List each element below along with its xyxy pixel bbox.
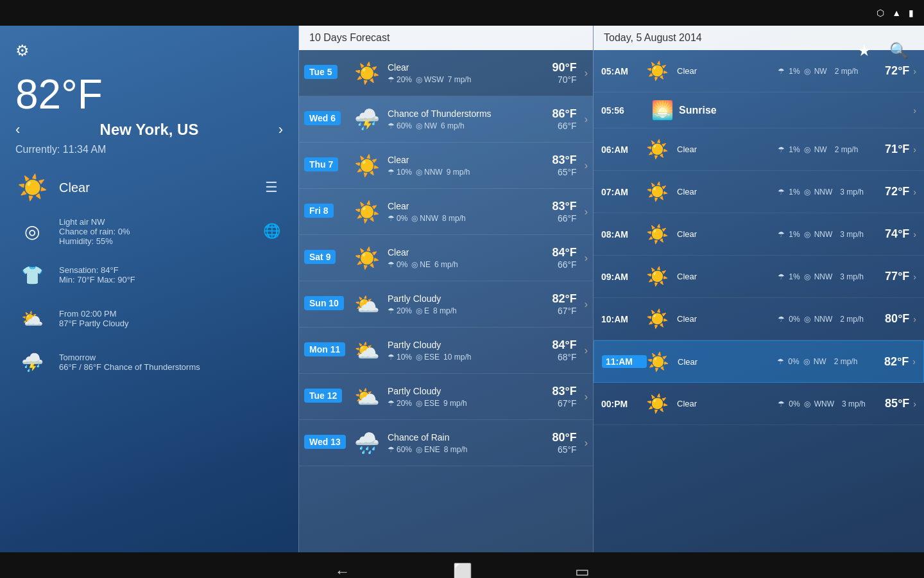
forecast-day-badge: Mon 11 <box>304 342 345 356</box>
forecast-low-temp: 67°F <box>533 398 577 408</box>
forecast-row[interactable]: Wed 13 🌧️ Chance of Rain ☂ 60% ◎ ENE 8 m… <box>299 420 593 466</box>
forecast-details: ☂ 0% ◎ NE 6 mp/h <box>388 260 529 269</box>
forecast-day-badge: Wed 13 <box>304 435 346 449</box>
hourly-wind-icon: ◎ <box>804 145 810 154</box>
sunrise-row: 05:56 🌅 Sunrise › <box>594 92 924 128</box>
forecast-wind: ◎ ESE <box>416 399 440 408</box>
forecast-row[interactable]: Sun 10 ⛅ Partly Cloudy ☂ 20% ◎ E 8 mp/h … <box>299 281 593 328</box>
forecast-high-temp: 83°F <box>533 385 577 398</box>
forecast-low-temp: 66°F <box>533 213 577 223</box>
umbrella-icon: ☂ <box>388 399 395 408</box>
recents-button[interactable]: ▭ <box>575 563 590 578</box>
hourly-details: ☂ 0% ◎ NNW 2 mp/h <box>778 315 868 324</box>
forecast-list: Tue 5 ☀️ Clear ☂ 20% ◎ WSW 7 mp/h 90°F 7 <box>299 50 593 466</box>
nav-left-arrow[interactable]: ‹ <box>15 121 20 138</box>
location-name: New York, US <box>100 121 199 139</box>
forecast-day-badge: Sun 10 <box>304 296 344 310</box>
sensation-label: Sensation: 84°F <box>59 265 283 275</box>
forecast-panel: 10 Days Forecast Tue 5 ☀️ Clear ☂ 20% ◎ … <box>298 26 594 552</box>
hourly-weather-icon: ☀️ <box>646 393 674 414</box>
afternoon-forecast-row: ⛅ From 02:00 PM 87°F Partly Cloudy <box>15 302 283 335</box>
hourly-row[interactable]: 08:AM ☀️ Clear ☂ 1% ◎ NNW 3 mp/h 74°F › <box>594 213 924 256</box>
hourly-condition: Clear <box>678 357 777 367</box>
main-area: ⚙ ★ 🔍 82°F ‹ New York, US › Currently: 1… <box>0 26 924 552</box>
settings-icon[interactable]: ⚙ <box>15 42 30 60</box>
hourly-row[interactable]: 10:AM ☀️ Clear ☂ 0% ◎ NNW 2 mp/h 80°F › <box>594 298 924 340</box>
forecast-temperatures: 84°F 68°F <box>533 338 585 362</box>
forecast-weather-icon: ⛅ <box>350 292 384 317</box>
detail-list-icon[interactable]: ☰ <box>260 176 283 199</box>
forecast-wind-speed: 8 mp/h <box>444 445 468 454</box>
forecast-row[interactable]: Mon 11 ⛅ Partly Cloudy ☂ 10% ◎ ESE 10 mp… <box>299 328 593 374</box>
forecast-day-badge: Thu 7 <box>304 157 338 171</box>
favorites-icon[interactable]: ★ <box>857 42 871 60</box>
hourly-row[interactable]: 00:PM ☀️ Clear ☂ 0% ◎ WNW 3 mp/h 85°F › <box>594 383 924 425</box>
nav-right-arrow[interactable]: › <box>278 121 283 138</box>
hourly-row[interactable]: 11:AM ☀️ Clear ☂ 0% ◎ NW 2 mp/h 82°F › <box>594 340 924 383</box>
hourly-details: ☂ 0% ◎ WNW 3 mp/h <box>778 399 868 408</box>
hourly-wind-speed: 2 mp/h <box>840 315 864 324</box>
forecast-temperatures: 80°F 65°F <box>533 431 585 455</box>
forecast-umbrella: ☂ 60% <box>388 121 412 130</box>
forecast-umbrella: ☂ 0% <box>388 214 407 223</box>
hourly-umbrella-icon: ☂ <box>778 272 785 281</box>
forecast-arrow: › <box>585 391 588 403</box>
forecast-row[interactable]: Sat 9 ☀️ Clear ☂ 0% ◎ NE 6 mp/h 84°F 66° <box>299 235 593 281</box>
forecast-row[interactable]: Thu 7 ☀️ Clear ☂ 10% ◎ NNW 9 mp/h 83°F 6 <box>299 143 593 189</box>
forecast-row[interactable]: Tue 12 ⛅ Partly Cloudy ☂ 20% ◎ ESE 9 mp/… <box>299 374 593 420</box>
bottom-nav: ← ⬜ ▭ <box>0 552 924 578</box>
hourly-time: 08:AM <box>601 229 646 240</box>
forecast-arrow: › <box>585 160 588 171</box>
forecast-condition: Clear <box>388 201 529 211</box>
hourly-time: 07:AM <box>601 187 646 197</box>
forecast-row[interactable]: Wed 6 ⛈️ Chance of Thunderstorms ☂ 60% ◎… <box>299 96 593 143</box>
forecast-high-temp: 84°F <box>533 246 577 259</box>
forecast-row[interactable]: Fri 8 ☀️ Clear ☂ 0% ◎ NNW 8 mp/h 83°F 66 <box>299 189 593 235</box>
umbrella-icon: ☂ <box>388 168 395 177</box>
forecast-temperatures: 83°F 66°F <box>533 200 585 223</box>
sensation-row: 👕 Sensation: 84°F Min: 70°F Max: 90°F <box>15 258 283 292</box>
hourly-row[interactable]: 07:AM ☀️ Clear ☂ 1% ◎ NNW 3 mp/h 72°F › <box>594 171 924 213</box>
forecast-condition: Partly Cloudy <box>388 340 529 350</box>
home-button[interactable]: ⬜ <box>453 563 472 578</box>
hourly-arrow: › <box>913 272 916 282</box>
hourly-arrow: › <box>913 229 916 240</box>
forecast-weather-icon: ⛈️ <box>350 107 384 132</box>
forecast-high-temp: 84°F <box>533 338 577 352</box>
back-button[interactable]: ← <box>335 563 350 578</box>
forecast-wind: ◎ E <box>416 306 429 315</box>
search-icon[interactable]: 🔍 <box>889 42 909 60</box>
hourly-wind-icon: ◎ <box>804 399 810 408</box>
forecast-arrow: › <box>585 252 588 264</box>
forecast-condition: Partly Cloudy <box>388 386 529 396</box>
forecast-description: Clear ☂ 10% ◎ NNW 9 mp/h <box>384 155 533 177</box>
forecast-day-label: Mon 11 <box>304 342 350 359</box>
hourly-condition: Clear <box>677 272 778 281</box>
hourly-time: 00:PM <box>601 399 646 409</box>
rain-chance-label: Chance of rain: 0% <box>59 227 250 236</box>
umbrella-icon: ☂ <box>388 445 395 454</box>
hourly-temperature: 80°F <box>868 312 909 326</box>
forecast-wind: ◎ WSW <box>416 75 444 84</box>
hourly-row[interactable]: 09:AM ☀️ Clear ☂ 1% ◎ NNW 3 mp/h 77°F › <box>594 256 924 298</box>
hourly-wind-dir: WNW <box>814 399 834 408</box>
forecast-description: Partly Cloudy ☂ 10% ◎ ESE 10 mp/h <box>384 340 533 362</box>
forecast-wind-speed: 6 mp/h <box>441 121 465 130</box>
wind-compass-icon: ◎ <box>15 215 49 248</box>
forecast-day-badge: Wed 6 <box>304 111 341 125</box>
forecast-low-temp: 68°F <box>533 352 577 362</box>
globe-icon[interactable]: 🌐 <box>260 220 283 243</box>
umbrella-icon: ☂ <box>388 214 395 223</box>
forecast-high-temp: 86°F <box>533 107 577 121</box>
forecast-umbrella: ☂ 60% <box>388 445 412 454</box>
hourly-wind-dir: NW <box>814 145 827 154</box>
battery-icon: ▮ <box>909 8 914 18</box>
tomorrow-label: Tomorrow <box>59 353 283 362</box>
wind-icon: ◎ <box>416 399 422 408</box>
hourly-time: 06:AM <box>601 144 646 155</box>
hourly-row[interactable]: 06:AM ☀️ Clear ☂ 1% ◎ NW 2 mp/h 71°F › <box>594 128 924 171</box>
forecast-day-label: Sat 9 <box>304 250 350 267</box>
afternoon-forecast-text: From 02:00 PM 87°F Partly Cloudy <box>59 309 283 328</box>
forecast-low-temp: 67°F <box>533 306 577 316</box>
hourly-wind-speed: 3 mp/h <box>840 230 864 239</box>
